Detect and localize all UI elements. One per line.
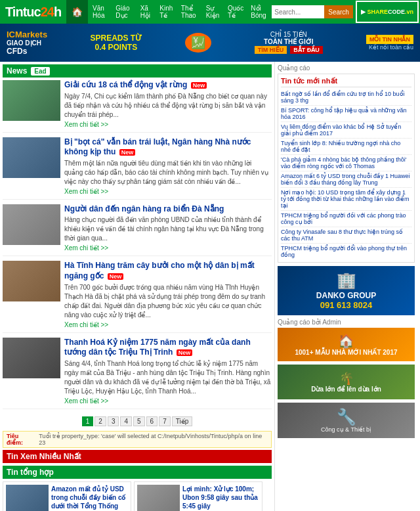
right-news-item-1[interactable]: Bí SPORT: công hổ tập hiệu quả và những … [281,106,411,122]
readmore-1[interactable]: Xem chi tiết >> [64,121,108,128]
news-img-1 [3,80,60,121]
banner-btn-batdau[interactable]: BẮT ĐẦU [290,46,323,54]
sharecode-badge[interactable]: ▶ SHARECODE.vn [356,1,419,23]
ad-1001-mau-nha[interactable]: 🏠 1001+ MẪU NHÀ MỚI NHẤT 2017 [278,328,415,361]
news-content-2: Bị "bọt cá" vẫn bán trái luật, Ngân hàng… [64,137,272,196]
right-news-item-5[interactable]: Amazon mất 6 tỷ USD trong chuỗi đầy 1 Hu… [281,171,411,188]
ad-dua-icon: 🌴 [280,371,412,386]
page-1[interactable]: 1 [82,416,94,426]
page-2[interactable]: 2 [94,416,106,426]
readmore-3[interactable]: Xem chi tiết >> [64,244,108,252]
right-news-item-6[interactable]: Nơi mạo hội: 10 USD trọng tâm để xây dựn… [281,188,411,211]
right-news-item-3[interactable]: Tuyển sinh lớp 8: Nhiều trường ngợi nhà … [281,139,411,155]
nav-item-vanhoa[interactable]: Văn Hóa [89,5,112,19]
nav-item-quocte[interactable]: Quốc Tế [224,5,247,19]
mini-img-2 [137,485,180,511]
readmore-5[interactable]: Xem chi tiết >> [64,397,108,405]
page-4[interactable]: 4 [120,416,132,426]
news-title-4[interactable]: Hà Tĩnh Hàng trăm cây bưởi cho một hộ dâ… [64,261,272,281]
breaking-text: Tuổi trẻ property_type: 'case' will sele… [39,433,268,446]
mini-news-2: Lợi mình: Xử lực 100m; Ubon 9:58 giây sa… [134,481,262,511]
ad-1001-text: 1001+ MẪU NHÀ MỚI NHẤT 2017 [280,349,412,356]
ad-tools-text: Công cụ & Thiết bị [280,426,412,433]
page-6[interactable]: 6 [146,416,158,426]
right-news-item-0[interactable]: Bất ngờ số lần đổ điểm cứu trợ tin hổ 10… [281,89,411,106]
right-column: Quảng cáo Tin tức mới nhất Bất ngờ số lầ… [274,62,417,511]
right-news-item-8[interactable]: Công ty Vinasafe sau 8 thư thực hiện trú… [281,227,411,244]
nav-item-thethao[interactable]: Thể Thao [178,5,203,19]
nav-item-giaoduc[interactable]: Giáo Dục [112,5,136,19]
right-news-item-4[interactable]: 'Cà phá giảm 4 nhòng bác bộ thông phầng … [281,155,411,171]
main-content: News Ead Giải cứu 18 cá thể động vật rừn… [0,62,420,511]
news-section-header: News Ead [3,64,272,78]
quangcao-admin-label: Quảng cáo bởi Admin [278,319,415,326]
news-title-3[interactable]: Người dân đến ngân hàng ra biển Đà Nẵng [64,204,272,215]
news-label: News [7,66,27,76]
news-item-2: Bị "bọt cá" vẫn bán trái luật, Ngân hàng… [3,137,272,200]
news-title-5[interactable]: Thanh Hoá Kỷ niệm 1775 năm ngày mất của … [64,338,272,358]
nav-home[interactable]: 🏠 [66,0,88,24]
news-title-1[interactable]: Giải cứu 18 cá thể động vật rừng New [64,80,272,91]
mini-news-grid: Amazon mất đủ tỷ USD trong chuỗi đầy biế… [3,481,272,511]
banner-text1: GIAO DỊCH CFDs [7,39,47,56]
ad-dua-text: Dừa lớn để lên dừa lớn [280,386,412,393]
badge-new-1: New [191,82,207,89]
danko-name: DANKO GROUP [280,291,412,300]
right-news-section: Tin tức mới nhất Bất ngờ số lần đổ điểm … [278,74,415,263]
right-news-title: Tin tức mới nhất [281,77,411,87]
news-content-3: Người dân đến ngân hàng ra biển Đà Nẵng … [64,204,272,253]
readmore-2[interactable]: Xem chi tiết >> [64,188,108,195]
nav-item-kinhte[interactable]: Kinh Tế [156,5,178,19]
quangcao-label: Quảng cáo [278,64,415,72]
nav-item-sukien[interactable]: Sự Kiện [203,5,224,19]
banner-chi15: CHỈ 15 TIỀN [254,31,324,38]
right-news-item-2[interactable]: Vu liêm đồng điểm vào khác bổ Hệ Sở tuyể… [281,122,411,139]
news-img-3 [3,204,60,245]
mini-news-1: Amazon mất đủ tỷ USD trong chuỗi đầy biế… [3,481,131,511]
news-item-3: Người dân đến ngân hàng ra biển Đà Nẵng … [3,204,272,257]
news-excerpt-5: Sáng 4/4, tỉnh Thanh Hoá long trọng tổ c… [64,359,272,396]
page-3[interactable]: 3 [108,416,119,426]
mini-title-2[interactable]: Lợi mình: Xử lực 100m; Ubon 9:58 giây sa… [182,485,259,510]
ad-1001-icon: 🏠 [280,333,412,349]
nav-item-xahoi[interactable]: Xã Hội [137,5,157,19]
right-news-item-7[interactable]: TPHCM triệng bổ người đồi với các phong … [281,211,411,227]
badge-new-5: New [177,349,193,356]
news-excerpt-3: Hàng chục người đã đến văn phòng UBND củ… [64,215,272,243]
sharecode-label: ▶ SHARECODE.vn [361,9,413,15]
banner-ad: ICMarkets GIAO DỊCH CFDs SPREADS TỪ0.4 P… [0,24,420,62]
danko-icon: 🏢 [280,271,412,290]
banner-brand: ICMarkets [7,30,47,39]
mini-title-1[interactable]: Amazon mất đủ tỷ USD trong chuỗi đầy biế… [51,485,128,510]
news-excerpt-1: Ngày 7/4, Chi cục kiểm lâm thành phố Đà … [64,92,272,120]
readmore-4[interactable]: Xem chi tiết >> [64,321,108,328]
page-7[interactable]: 7 [159,416,171,426]
danko-phone: 091 613 8024 [280,300,412,310]
search-input[interactable] [272,5,324,18]
page-next[interactable]: Tiếp [172,416,193,426]
page-5[interactable]: 5 [133,416,145,426]
ad-tools[interactable]: 🔧 Công cụ & Thiết bị [278,403,415,438]
banner-toanthegigi: TOÀN THẾ GIỚI [254,38,324,45]
news-img-5 [3,338,60,378]
nav-item-noibong[interactable]: Nổi Bóng [247,5,272,19]
tin-tong-hop-header: Tin tổng hợp [3,466,272,479]
news-content-5: Thanh Hoá Kỷ niệm 1775 năm ngày mất của … [64,338,272,405]
news-img-2 [3,137,60,178]
tin-xem-nhieu-header: Tin Xem Nhiều Nhất [3,450,272,463]
ad-tools-icon: 🔧 [280,408,412,426]
banner-btn-timhieu[interactable]: TÌM HIỂU [255,46,287,54]
banner-icon: 💹 [185,33,211,53]
right-news-item-9[interactable]: TPHCM triệng bổ người đổi vào phong thự … [281,244,411,259]
banner-spreads: SPREADS TỪ0.4 POINTS [90,33,142,52]
news-item-1: Giải cứu 18 cá thể động vật rừng New Ngà… [3,80,272,133]
badge-new-2: New [119,149,136,156]
logo-area[interactable]: Tintuc24h [0,0,66,24]
news-img-4 [3,261,60,301]
danko-ad[interactable]: 🏢 DANKO GROUP 091 613 8024 [278,266,415,315]
news-title-2[interactable]: Bị "bọt cá" vẫn bán trái luật, Ngân hàng… [64,137,272,158]
search-button[interactable]: Search [324,5,353,18]
tab-ead[interactable]: Ead [31,67,49,76]
news-content-1: Giải cứu 18 cá thể động vật rừng New Ngà… [64,80,272,129]
ad-dua-lon[interactable]: 🌴 Dừa lớn để lên dừa lớn [278,365,415,399]
